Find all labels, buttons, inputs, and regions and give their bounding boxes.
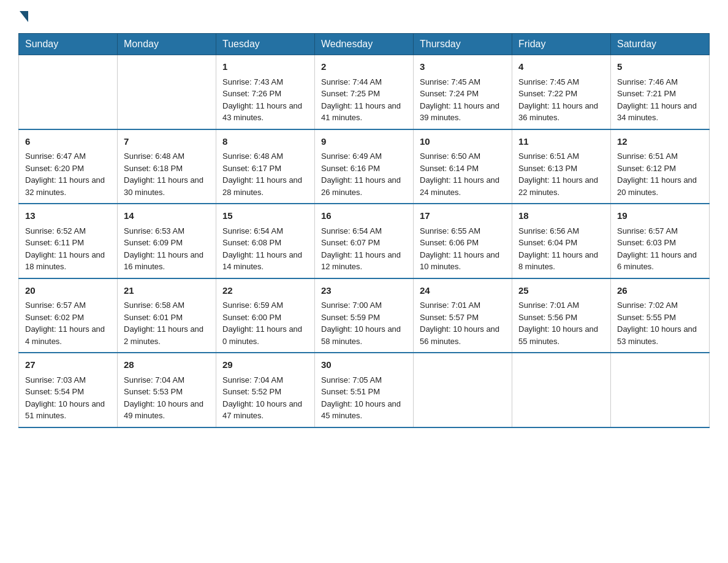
sunrise-text: Sunrise: 6:50 AM xyxy=(420,151,480,161)
day-number: 15 xyxy=(222,209,308,223)
sunrise-text: Sunrise: 7:04 AM xyxy=(124,375,184,385)
calendar-cell: 10Sunrise: 6:50 AMSunset: 6:14 PMDayligh… xyxy=(414,129,512,204)
calendar-cell xyxy=(414,353,512,427)
sunset-text: Sunset: 6:13 PM xyxy=(518,164,577,173)
daylight-text: Daylight: 10 hours and 49 minutes. xyxy=(124,399,203,421)
day-number: 12 xyxy=(617,135,703,149)
daylight-text: Daylight: 11 hours and 0 minutes. xyxy=(222,324,302,346)
calendar-cell xyxy=(512,353,611,427)
daylight-text: Daylight: 11 hours and 26 minutes. xyxy=(321,175,401,197)
sunrise-text: Sunrise: 6:47 AM xyxy=(25,151,86,161)
day-number: 5 xyxy=(617,60,703,74)
sunset-text: Sunset: 6:00 PM xyxy=(222,313,281,322)
daylight-text: Daylight: 11 hours and 34 minutes. xyxy=(617,101,697,123)
calendar-week-row: 1Sunrise: 7:43 AMSunset: 7:26 PMDaylight… xyxy=(19,55,710,129)
sunset-text: Sunset: 6:01 PM xyxy=(124,313,183,322)
page-header xyxy=(18,12,710,22)
daylight-text: Daylight: 11 hours and 12 minutes. xyxy=(321,250,401,272)
sunset-text: Sunset: 6:03 PM xyxy=(617,238,676,247)
day-number: 20 xyxy=(25,284,111,298)
sunrise-text: Sunrise: 6:58 AM xyxy=(124,301,184,310)
sunrise-text: Sunrise: 7:03 AM xyxy=(25,375,86,385)
day-number: 26 xyxy=(617,284,703,298)
sunrise-text: Sunrise: 6:49 AM xyxy=(321,151,382,161)
col-header-wednesday: Wednesday xyxy=(315,34,414,55)
day-number: 3 xyxy=(420,60,506,74)
daylight-text: Daylight: 11 hours and 4 minutes. xyxy=(25,324,105,346)
col-header-tuesday: Tuesday xyxy=(216,34,315,55)
sunset-text: Sunset: 7:25 PM xyxy=(321,89,380,98)
sunset-text: Sunset: 6:04 PM xyxy=(518,238,577,247)
calendar-cell: 24Sunrise: 7:01 AMSunset: 5:57 PMDayligh… xyxy=(414,278,512,353)
sunrise-text: Sunrise: 7:44 AM xyxy=(321,77,382,86)
sunset-text: Sunset: 7:21 PM xyxy=(617,89,676,98)
calendar-cell: 5Sunrise: 7:46 AMSunset: 7:21 PMDaylight… xyxy=(611,55,710,129)
calendar-cell: 14Sunrise: 6:53 AMSunset: 6:09 PMDayligh… xyxy=(118,204,216,278)
day-number: 1 xyxy=(222,60,308,74)
day-number: 23 xyxy=(321,284,407,298)
logo xyxy=(18,12,28,22)
calendar-cell: 17Sunrise: 6:55 AMSunset: 6:06 PMDayligh… xyxy=(414,204,512,278)
day-number: 30 xyxy=(321,358,407,372)
sunrise-text: Sunrise: 6:52 AM xyxy=(25,226,86,236)
daylight-text: Daylight: 11 hours and 16 minutes. xyxy=(124,250,203,272)
calendar-table: SundayMondayTuesdayWednesdayThursdayFrid… xyxy=(18,33,710,428)
sunrise-text: Sunrise: 6:55 AM xyxy=(420,226,480,236)
sunset-text: Sunset: 5:59 PM xyxy=(321,313,380,322)
day-number: 13 xyxy=(25,209,111,223)
daylight-text: Daylight: 11 hours and 8 minutes. xyxy=(518,250,598,272)
calendar-cell: 30Sunrise: 7:05 AMSunset: 5:51 PMDayligh… xyxy=(315,353,414,427)
sunset-text: Sunset: 6:07 PM xyxy=(321,238,380,247)
day-number: 16 xyxy=(321,209,407,223)
sunset-text: Sunset: 5:51 PM xyxy=(321,387,380,396)
calendar-cell: 3Sunrise: 7:45 AMSunset: 7:24 PMDaylight… xyxy=(414,55,512,129)
sunset-text: Sunset: 6:09 PM xyxy=(124,238,183,247)
calendar-week-row: 13Sunrise: 6:52 AMSunset: 6:11 PMDayligh… xyxy=(19,204,710,278)
day-number: 19 xyxy=(617,209,703,223)
day-number: 14 xyxy=(124,209,210,223)
daylight-text: Daylight: 11 hours and 18 minutes. xyxy=(25,250,105,272)
sunset-text: Sunset: 6:14 PM xyxy=(420,164,479,173)
day-number: 10 xyxy=(420,135,506,149)
day-number: 2 xyxy=(321,60,407,74)
sunrise-text: Sunrise: 7:01 AM xyxy=(518,301,579,310)
sunrise-text: Sunrise: 7:46 AM xyxy=(617,77,678,86)
logo-arrow-icon xyxy=(20,11,28,22)
calendar-cell: 4Sunrise: 7:45 AMSunset: 7:22 PMDaylight… xyxy=(512,55,611,129)
day-number: 24 xyxy=(420,284,506,298)
daylight-text: Daylight: 11 hours and 6 minutes. xyxy=(617,250,697,272)
calendar-week-row: 27Sunrise: 7:03 AMSunset: 5:54 PMDayligh… xyxy=(19,353,710,427)
sunset-text: Sunset: 6:06 PM xyxy=(420,238,479,247)
day-number: 8 xyxy=(222,135,308,149)
daylight-text: Daylight: 11 hours and 32 minutes. xyxy=(25,175,105,197)
daylight-text: Daylight: 11 hours and 28 minutes. xyxy=(222,175,302,197)
sunset-text: Sunset: 6:18 PM xyxy=(124,164,183,173)
calendar-cell: 9Sunrise: 6:49 AMSunset: 6:16 PMDaylight… xyxy=(315,129,414,204)
daylight-text: Daylight: 11 hours and 24 minutes. xyxy=(420,175,499,197)
sunrise-text: Sunrise: 6:54 AM xyxy=(321,226,382,236)
calendar-week-row: 6Sunrise: 6:47 AMSunset: 6:20 PMDaylight… xyxy=(19,129,710,204)
day-number: 21 xyxy=(124,284,210,298)
sunrise-text: Sunrise: 7:05 AM xyxy=(321,375,382,385)
sunrise-text: Sunrise: 7:00 AM xyxy=(321,301,382,310)
daylight-text: Daylight: 10 hours and 56 minutes. xyxy=(420,324,499,346)
calendar-cell: 15Sunrise: 6:54 AMSunset: 6:08 PMDayligh… xyxy=(216,204,315,278)
daylight-text: Daylight: 10 hours and 47 minutes. xyxy=(222,399,302,421)
sunrise-text: Sunrise: 7:45 AM xyxy=(420,77,480,86)
calendar-cell: 25Sunrise: 7:01 AMSunset: 5:56 PMDayligh… xyxy=(512,278,611,353)
calendar-cell: 2Sunrise: 7:44 AMSunset: 7:25 PMDaylight… xyxy=(315,55,414,129)
day-number: 17 xyxy=(420,209,506,223)
daylight-text: Daylight: 11 hours and 43 minutes. xyxy=(222,101,302,123)
calendar-cell: 16Sunrise: 6:54 AMSunset: 6:07 PMDayligh… xyxy=(315,204,414,278)
calendar-cell: 27Sunrise: 7:03 AMSunset: 5:54 PMDayligh… xyxy=(19,353,118,427)
daylight-text: Daylight: 10 hours and 53 minutes. xyxy=(617,324,697,346)
day-number: 11 xyxy=(518,135,604,149)
sunset-text: Sunset: 6:11 PM xyxy=(25,238,84,247)
calendar-cell: 11Sunrise: 6:51 AMSunset: 6:13 PMDayligh… xyxy=(512,129,611,204)
daylight-text: Daylight: 11 hours and 36 minutes. xyxy=(518,101,598,123)
sunset-text: Sunset: 7:26 PM xyxy=(222,89,281,98)
sunset-text: Sunset: 7:22 PM xyxy=(518,89,577,98)
calendar-cell: 13Sunrise: 6:52 AMSunset: 6:11 PMDayligh… xyxy=(19,204,118,278)
calendar-cell: 6Sunrise: 6:47 AMSunset: 6:20 PMDaylight… xyxy=(19,129,118,204)
col-header-saturday: Saturday xyxy=(611,34,710,55)
